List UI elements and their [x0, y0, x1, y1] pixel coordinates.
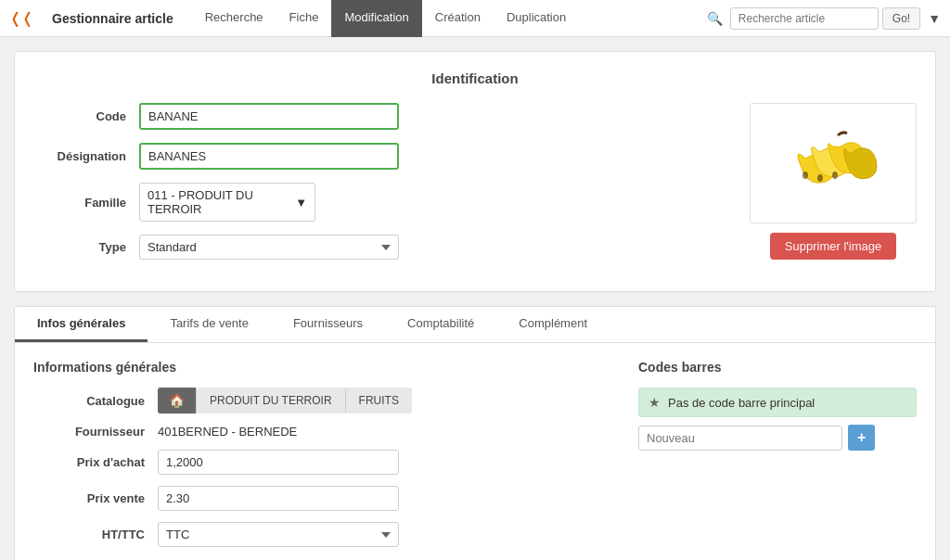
- tab-tarifs-vente[interactable]: Tarifs de vente: [148, 307, 271, 342]
- famille-row: Famille 011 - PRODUIT DU TERROIR ▼: [33, 183, 731, 222]
- catalogue-row: Catalogue 🏠 PRODUIT DU TERROIR FRUITS: [33, 388, 620, 414]
- top-navigation: ❬❬ Gestionnaire article Recherche Fiche …: [0, 0, 950, 37]
- famille-label: Famille: [33, 196, 126, 210]
- identification-card: Identification Code Désignation Famille …: [14, 51, 936, 292]
- designation-label: Désignation: [33, 149, 126, 163]
- product-image-box: [750, 103, 917, 223]
- prix-vente-row: Prix vente: [33, 486, 620, 511]
- svg-point-2: [832, 172, 838, 179]
- catalogue-crumb-1[interactable]: PRODUIT DU TERROIR: [196, 388, 345, 413]
- code-label: Code: [33, 109, 126, 123]
- app-title: Gestionnaire article: [52, 11, 173, 26]
- nav-item-fiche[interactable]: Fiche: [276, 0, 332, 37]
- product-image: [777, 121, 889, 205]
- identification-title: Identification: [33, 70, 917, 86]
- svg-point-0: [802, 172, 808, 179]
- code-input[interactable]: [139, 103, 399, 130]
- prix-achat-row: Prix d'achat: [33, 450, 620, 475]
- search-area: 🔍 Go! ▼: [703, 7, 941, 30]
- tab-infos-generales[interactable]: Infos générales: [15, 307, 148, 342]
- catalogue-home-icon[interactable]: 🏠: [158, 388, 196, 414]
- barcode-star-icon: ★: [648, 395, 661, 410]
- nav-item-modification[interactable]: Modification: [331, 0, 421, 37]
- type-select[interactable]: Standard: [139, 235, 399, 260]
- delete-image-button[interactable]: Supprimer l'image: [770, 233, 896, 260]
- tab-fournisseurs[interactable]: Fournisseurs: [271, 307, 385, 342]
- svg-point-1: [817, 174, 823, 182]
- identification-section: Code Désignation Famille 011 - PRODUIT D…: [33, 103, 917, 273]
- fournisseur-row: Fournisseur 401BERNED - BERNEDE: [33, 425, 620, 439]
- ht-ttc-label: HT/TTC: [33, 528, 145, 541]
- catalogue-label: Catalogue: [33, 394, 145, 408]
- code-row: Code: [33, 103, 731, 130]
- ht-ttc-row: HT/TTC TTC HT: [33, 522, 620, 547]
- fournisseur-value: 401BERNED - BERNEDE: [158, 425, 297, 439]
- main-content: Identification Code Désignation Famille …: [0, 37, 950, 560]
- nav-item-duplication[interactable]: Duplication: [494, 0, 579, 37]
- nav-item-creation[interactable]: Création: [422, 0, 494, 37]
- filter-icon[interactable]: ▼: [928, 11, 941, 26]
- barcode-new-row: +: [638, 425, 917, 451]
- famille-arrow-icon: ▼: [295, 196, 307, 210]
- codes-barres-column: Codes barres ★ Pas de code barre princip…: [638, 360, 917, 558]
- catalogue-path: 🏠 PRODUIT DU TERROIR FRUITS: [158, 388, 412, 414]
- tab-comptabilite[interactable]: Comptabilité: [385, 307, 496, 342]
- barcode-principal-row: ★ Pas de code barre principal: [638, 388, 917, 417]
- tab-complement[interactable]: Complément: [496, 307, 610, 342]
- tabs-card: Infos générales Tarifs de vente Fourniss…: [14, 306, 936, 560]
- type-label: Type: [33, 240, 126, 254]
- logo-chevron-icon: ❬❬: [9, 9, 33, 27]
- barcode-new-input[interactable]: [638, 426, 842, 451]
- nav-item-recherche[interactable]: Recherche: [192, 0, 276, 37]
- barcode-principal-text: Pas de code barre principal: [668, 396, 906, 410]
- infos-generales-title: Informations générales: [33, 360, 620, 375]
- tab-content-infos: Informations générales Catalogue 🏠 PRODU…: [15, 343, 935, 560]
- prix-achat-input[interactable]: [158, 450, 399, 475]
- designation-row: Désignation: [33, 143, 731, 170]
- infos-generales-column: Informations générales Catalogue 🏠 PRODU…: [33, 360, 620, 558]
- codes-barres-title: Codes barres: [638, 360, 917, 375]
- famille-value: 011 - PRODUIT DU TERROIR: [148, 188, 295, 216]
- prix-vente-input[interactable]: [158, 486, 399, 511]
- prix-vente-label: Prix vente: [33, 491, 145, 505]
- tabs-header: Infos générales Tarifs de vente Fourniss…: [15, 307, 935, 343]
- identification-fields: Code Désignation Famille 011 - PRODUIT D…: [33, 103, 731, 273]
- search-icon-button[interactable]: 🔍: [703, 7, 726, 30]
- tab-columns: Informations générales Catalogue 🏠 PRODU…: [33, 360, 917, 558]
- app-logo: ❬❬: [9, 9, 41, 27]
- type-row: Type Standard: [33, 235, 731, 260]
- ht-ttc-select[interactable]: TTC HT: [158, 522, 399, 547]
- search-input[interactable]: [730, 7, 879, 30]
- barcode-add-button[interactable]: +: [848, 425, 875, 451]
- catalogue-crumb-2[interactable]: FRUITS: [345, 388, 412, 413]
- go-button[interactable]: Go!: [882, 7, 920, 30]
- famille-dropdown[interactable]: 011 - PRODUIT DU TERROIR ▼: [139, 183, 315, 222]
- designation-input[interactable]: [139, 143, 399, 170]
- image-section: Supprimer l'image: [750, 103, 917, 273]
- fournisseur-label: Fournisseur: [33, 425, 145, 439]
- prix-achat-label: Prix d'achat: [33, 455, 145, 469]
